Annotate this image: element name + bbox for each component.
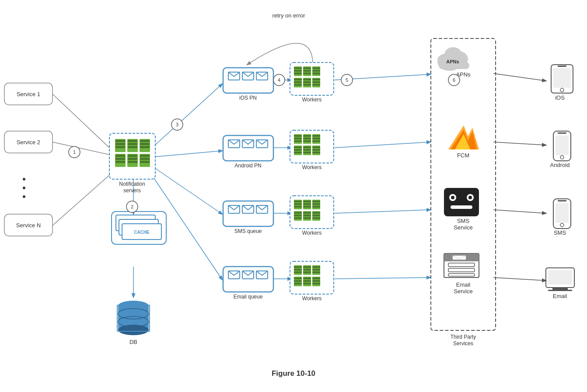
badge-2-label: 2	[131, 204, 133, 209]
svg-rect-79	[303, 149, 311, 151]
svg-rect-43	[303, 70, 311, 72]
svg-rect-76	[294, 152, 302, 153]
notification-servers-label2: servers	[123, 187, 140, 194]
svg-rect-48	[312, 73, 320, 74]
envelope-email-1	[228, 271, 240, 279]
svg-rect-167	[548, 270, 572, 284]
svg-rect-95	[312, 203, 320, 205]
badge-5-label: 5	[346, 77, 348, 83]
sms-label: SMS	[554, 229, 566, 236]
svg-rect-161	[558, 132, 566, 134]
third-party-label2: Services	[453, 340, 473, 347]
svg-rect-165	[558, 200, 566, 201]
server-icon-1b	[115, 140, 125, 142]
svg-rect-163	[556, 203, 569, 223]
svg-text:APNs: APNs	[446, 59, 459, 64]
svg-rect-47	[312, 70, 320, 72]
service-n-label: Service N	[16, 222, 41, 229]
retry-label: retry on error	[272, 12, 305, 19]
envelope-sms-3	[256, 205, 268, 213]
svg-rect-111	[294, 269, 302, 271]
third-party-label1: Third Party	[451, 334, 476, 340]
service-2-label: Service 2	[17, 139, 40, 146]
svg-rect-44	[303, 73, 311, 74]
svg-rect-90	[303, 201, 311, 202]
svg-rect-104	[303, 217, 311, 219]
svg-rect-56	[303, 84, 311, 86]
db-label: DB	[129, 339, 137, 345]
sms-service-label2: Service	[454, 224, 472, 231]
workers-label-4: Workers	[302, 295, 321, 302]
server-icon-4c	[115, 158, 125, 160]
svg-rect-110	[294, 266, 302, 268]
badge-1-label: 1	[73, 149, 76, 155]
email-device-icon	[546, 268, 574, 291]
envelope-ios-2	[242, 72, 254, 80]
svg-rect-99	[294, 215, 302, 216]
server-icon-2c	[128, 143, 137, 145]
envelope-email-2	[242, 271, 254, 279]
svg-rect-83	[312, 149, 320, 151]
svg-rect-153	[453, 256, 466, 260]
android-pn-label: Android PN	[234, 163, 261, 169]
svg-rect-103	[303, 215, 311, 216]
svg-point-146	[468, 196, 472, 199]
svg-rect-131	[312, 280, 320, 282]
svg-rect-64	[294, 140, 302, 142]
ios-label: iOS	[555, 94, 565, 101]
svg-rect-52	[294, 84, 302, 86]
server-icon-1d	[115, 146, 125, 148]
email-service-label1: Email	[456, 281, 471, 288]
server-icon-5b	[128, 155, 137, 157]
svg-rect-88	[294, 206, 302, 208]
badge-3-label: 3	[176, 122, 178, 127]
svg-rect-159	[556, 135, 569, 155]
svg-rect-54	[303, 79, 311, 80]
svg-rect-67	[303, 138, 311, 139]
email-queue-label: Email queue	[234, 294, 263, 300]
dot-2	[23, 187, 25, 189]
svg-rect-94	[312, 201, 320, 202]
svg-rect-114	[303, 266, 311, 268]
svg-rect-108	[312, 217, 320, 219]
svg-rect-157	[558, 66, 566, 67]
svg-rect-82	[312, 146, 320, 148]
svg-rect-60	[312, 84, 320, 86]
svg-rect-112	[294, 271, 302, 273]
fcm-label: FCM	[457, 152, 469, 159]
dot-1	[23, 178, 25, 180]
db-bottom	[118, 325, 149, 335]
svg-rect-119	[312, 269, 320, 271]
svg-rect-78	[303, 146, 311, 148]
workers-label-3: Workers	[302, 230, 321, 236]
svg-rect-107	[312, 215, 320, 216]
svg-rect-92	[303, 206, 311, 208]
svg-rect-75	[294, 149, 302, 151]
svg-rect-128	[303, 283, 311, 284]
svg-rect-102	[303, 212, 311, 214]
server-icon-6c	[140, 158, 150, 160]
svg-rect-116	[303, 271, 311, 273]
server-icon-3d	[140, 146, 150, 148]
svg-rect-130	[312, 278, 320, 279]
envelope-android-3	[256, 140, 268, 148]
svg-rect-120	[312, 271, 320, 273]
figure-caption: Figure 10-10	[272, 369, 315, 378]
server-icon-6b	[140, 155, 150, 157]
svg-rect-59	[312, 81, 320, 83]
envelope-android-1	[228, 140, 240, 148]
svg-rect-46	[312, 67, 320, 69]
svg-point-145	[451, 196, 454, 199]
svg-rect-72	[312, 140, 320, 142]
svg-rect-38	[294, 67, 302, 69]
svg-rect-58	[312, 79, 320, 80]
server-icon-5c	[128, 158, 137, 160]
svg-rect-106	[312, 212, 320, 214]
svg-rect-115	[303, 269, 311, 271]
envelope-sms-1	[228, 205, 240, 213]
svg-rect-96	[312, 206, 320, 208]
svg-rect-39	[294, 70, 302, 72]
svg-rect-132	[312, 283, 320, 284]
svg-rect-50	[294, 79, 302, 80]
service-1-label: Service 1	[17, 91, 40, 97]
